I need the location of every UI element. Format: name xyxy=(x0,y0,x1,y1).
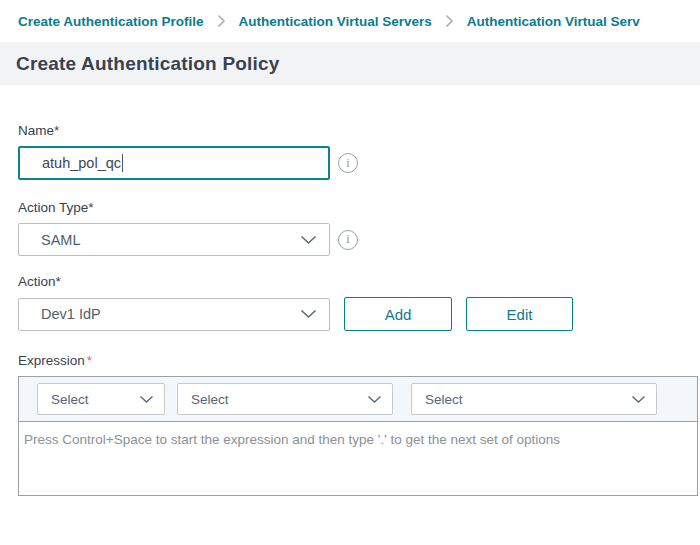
expression-toolbar: Select Select Select xyxy=(19,377,697,422)
breadcrumb-item-create-authentication-profile[interactable]: Create Authentication Profile xyxy=(18,14,204,29)
breadcrumb-item-authentication-virtual-servers[interactable]: Authentication Virtual Servers xyxy=(239,14,432,29)
expression-select-2-value: Select xyxy=(191,392,367,407)
text-caret xyxy=(122,154,123,172)
info-icon[interactable]: i xyxy=(338,153,358,173)
page-title: Create Authentication Policy xyxy=(16,53,280,75)
name-input-value: atuh_pol_qc xyxy=(42,155,121,171)
name-input[interactable]: atuh_pol_qc xyxy=(18,146,330,180)
chevron-down-icon xyxy=(300,235,317,245)
name-label: Name* xyxy=(18,123,700,138)
expression-select-3-value: Select xyxy=(425,392,631,407)
chevron-down-icon xyxy=(367,395,382,404)
action-type-label: Action Type* xyxy=(18,200,700,215)
breadcrumb-separator-icon xyxy=(445,14,454,28)
chevron-down-icon xyxy=(631,395,646,404)
page-header: Create Authentication Policy xyxy=(0,42,700,85)
action-label: Action* xyxy=(18,274,700,289)
name-field-group: Name* atuh_pol_qc i xyxy=(18,123,700,180)
action-select[interactable]: Dev1 IdP xyxy=(18,298,330,331)
action-type-selected-value: SAML xyxy=(41,232,300,248)
breadcrumb-item-authentication-virtual-serv[interactable]: Authentication Virtual Serv xyxy=(467,14,640,29)
action-selected-value: Dev1 IdP xyxy=(41,306,300,322)
breadcrumb: Create Authentication Profile Authentica… xyxy=(0,0,700,42)
expression-label-text: Expression xyxy=(18,353,85,368)
expression-label: Expression* xyxy=(18,353,700,368)
edit-button[interactable]: Edit xyxy=(466,297,573,331)
expression-select-1-value: Select xyxy=(51,392,139,407)
chevron-down-icon xyxy=(139,395,154,404)
expression-select-3[interactable]: Select xyxy=(411,383,657,415)
action-field-group: Action* Dev1 IdP Add Edit xyxy=(18,274,700,331)
add-button[interactable]: Add xyxy=(344,297,452,331)
expression-select-1[interactable]: Select xyxy=(37,383,165,415)
create-authentication-policy-form: Name* atuh_pol_qc i Action Type* SAML i … xyxy=(0,85,700,496)
action-type-field-group: Action Type* SAML i xyxy=(18,200,700,256)
action-type-select[interactable]: SAML xyxy=(18,223,330,256)
expression-editor-placeholder: Press Control+Space to start the express… xyxy=(24,432,560,447)
expression-field-group: Expression* Select Select Select xyxy=(18,353,700,496)
expression-editor[interactable]: Press Control+Space to start the express… xyxy=(19,422,697,495)
chevron-down-icon xyxy=(300,309,317,319)
info-icon[interactable]: i xyxy=(338,230,358,250)
expression-builder: Select Select Select xyxy=(18,376,698,496)
breadcrumb-separator-icon xyxy=(217,14,226,28)
expression-select-2[interactable]: Select xyxy=(177,383,393,415)
required-asterisk: * xyxy=(87,353,92,368)
